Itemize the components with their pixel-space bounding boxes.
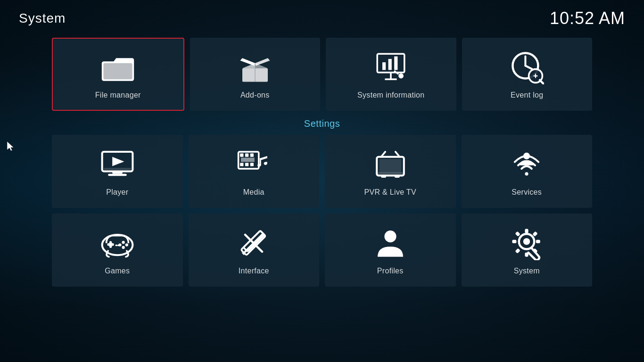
- tile-profiles-label: Profiles: [377, 267, 404, 275]
- svg-rect-39: [379, 159, 401, 173]
- clock: 10:52 AM: [550, 8, 625, 28]
- svg-rect-64: [512, 239, 517, 243]
- svg-rect-8: [394, 56, 397, 70]
- svg-rect-67: [533, 231, 538, 236]
- tile-pvr-live-tv-label: PVR & Live TV: [364, 188, 416, 197]
- main-content: File manager: [0, 33, 644, 287]
- event-log-icon: [510, 50, 544, 84]
- tile-interface[interactable]: Interface: [189, 214, 320, 287]
- system-settings-icon: [510, 226, 544, 260]
- tile-profiles[interactable]: Profiles: [325, 214, 456, 287]
- svg-rect-54: [117, 244, 120, 246]
- svg-rect-7: [388, 59, 392, 70]
- tile-system-information-label: System information: [357, 91, 424, 99]
- svg-rect-25: [104, 168, 131, 170]
- svg-point-49: [122, 241, 124, 244]
- profiles-icon: [373, 226, 407, 260]
- page-title: System: [19, 11, 66, 26]
- svg-point-60: [384, 230, 396, 242]
- tile-event-log-label: Event log: [511, 91, 543, 99]
- tile-system-information[interactable]: System information: [326, 38, 456, 111]
- svg-rect-32: [250, 163, 254, 166]
- settings-section-label: Settings: [52, 118, 592, 129]
- file-manager-icon: [101, 50, 135, 84]
- svg-rect-42: [395, 175, 400, 178]
- tile-player[interactable]: Player: [52, 135, 183, 208]
- header: System 10:52 AM: [0, 0, 644, 33]
- top-row: File manager: [52, 38, 592, 111]
- svg-point-61: [523, 238, 530, 245]
- svg-rect-48: [109, 241, 112, 247]
- tile-interface-label: Interface: [239, 267, 269, 275]
- tile-games-label: Games: [105, 267, 130, 275]
- tile-event-log[interactable]: Event log: [462, 38, 593, 111]
- tile-media-label: Media: [243, 188, 264, 197]
- svg-rect-23: [112, 171, 123, 173]
- svg-point-44: [523, 152, 530, 159]
- svg-rect-62: [525, 229, 528, 233]
- settings-row-2: Games Interface: [52, 214, 592, 287]
- tile-services-label: Services: [512, 188, 542, 197]
- svg-rect-1: [104, 63, 132, 79]
- svg-line-18: [540, 80, 543, 83]
- interface-icon: [237, 226, 271, 260]
- services-icon: [510, 148, 544, 181]
- svg-rect-30: [240, 163, 243, 166]
- svg-rect-53: [115, 244, 117, 246]
- tile-games[interactable]: Games: [52, 214, 183, 287]
- games-icon: [100, 226, 134, 260]
- tile-system[interactable]: System: [462, 214, 593, 287]
- tile-add-ons-label: Add-ons: [240, 91, 270, 99]
- svg-point-35: [257, 164, 261, 166]
- svg-rect-31: [245, 163, 248, 166]
- svg-point-11: [398, 73, 404, 78]
- svg-rect-24: [108, 173, 127, 176]
- svg-rect-65: [536, 239, 540, 243]
- svg-rect-66: [515, 231, 520, 236]
- svg-rect-41: [381, 175, 386, 178]
- tile-system-label: System: [514, 267, 540, 275]
- settings-row-1: Player: [52, 135, 592, 208]
- tile-file-manager-label: File manager: [95, 91, 141, 99]
- svg-rect-27: [240, 153, 243, 156]
- svg-rect-29: [250, 153, 254, 156]
- add-ons-icon: [238, 50, 272, 84]
- tile-media[interactable]: Media: [189, 135, 320, 208]
- svg-point-51: [122, 246, 124, 248]
- svg-point-50: [125, 243, 128, 246]
- tile-add-ons[interactable]: Add-ons: [190, 38, 321, 111]
- system-information-icon: [374, 50, 408, 84]
- player-icon: [100, 148, 134, 181]
- media-icon: [237, 148, 271, 181]
- svg-point-43: [525, 172, 528, 175]
- svg-rect-6: [382, 62, 386, 70]
- svg-marker-22: [112, 156, 124, 166]
- svg-rect-28: [245, 153, 248, 156]
- tile-player-label: Player: [106, 188, 128, 197]
- svg-rect-33: [241, 157, 255, 162]
- tile-pvr-live-tv[interactable]: PVR & Live TV: [325, 135, 456, 208]
- tile-services[interactable]: Services: [462, 135, 593, 208]
- svg-rect-68: [515, 248, 520, 253]
- svg-rect-40: [377, 172, 404, 175]
- pvr-live-tv-icon: [373, 148, 407, 181]
- tile-file-manager[interactable]: File manager: [52, 38, 184, 111]
